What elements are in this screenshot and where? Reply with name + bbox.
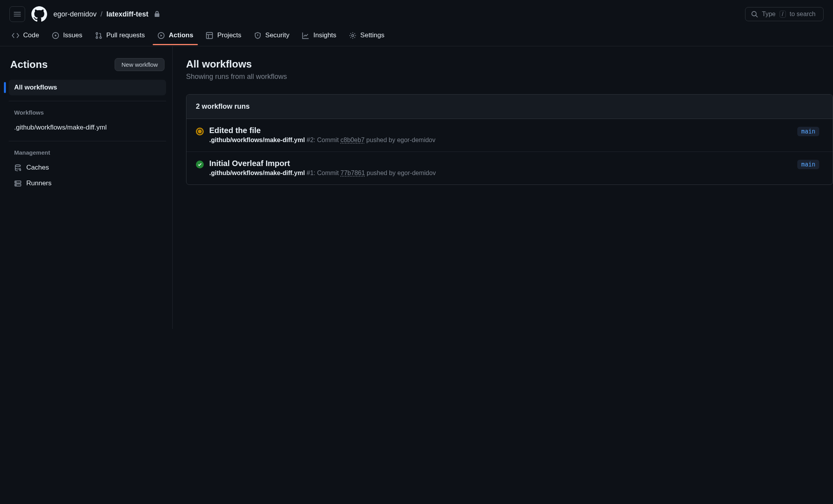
branch-badge[interactable]: main xyxy=(797,127,819,136)
tab-label: Issues xyxy=(63,31,82,39)
tab-label: Actions xyxy=(169,31,193,39)
sidebar: Actions New workflow All workflows Workf… xyxy=(0,46,173,329)
sidebar-item-label: Caches xyxy=(26,164,49,172)
gear-icon xyxy=(349,32,356,39)
main-content: All workflows Showing runs from all work… xyxy=(173,46,833,329)
tab-label: Settings xyxy=(360,31,384,39)
sidebar-item-caches[interactable]: Caches xyxy=(9,160,166,175)
breadcrumb-separator: / xyxy=(100,10,102,18)
sidebar-heading-workflows: Workflows xyxy=(9,107,166,120)
new-workflow-button[interactable]: New workflow xyxy=(115,58,164,71)
run-number: #1 xyxy=(307,170,314,176)
svg-rect-7 xyxy=(206,32,212,38)
tab-issues[interactable]: Issues xyxy=(46,27,88,46)
pr-icon xyxy=(95,32,102,39)
status-in-progress-icon xyxy=(196,128,204,135)
search-kbd: / xyxy=(780,11,786,18)
workflow-runs-box: 2 workflow runs Edited the file.github/w… xyxy=(186,94,833,185)
svg-point-8 xyxy=(352,34,354,36)
tab-projects[interactable]: Projects xyxy=(200,27,247,46)
runner-icon xyxy=(14,180,22,187)
github-icon xyxy=(31,6,47,22)
graph-icon xyxy=(302,32,309,39)
run-workflow-link[interactable]: .github/workflows/make-diff.yml xyxy=(209,137,305,143)
page-subtitle: Showing runs from all workflows xyxy=(186,73,833,81)
page-title: All workflows xyxy=(186,58,833,70)
hamburger-icon xyxy=(13,10,21,18)
search-placeholder-2: to search xyxy=(790,11,816,18)
tab-label: Code xyxy=(23,31,39,39)
cache-icon xyxy=(14,164,22,172)
svg-point-5 xyxy=(100,37,101,38)
lock-icon xyxy=(154,11,160,17)
svg-point-4 xyxy=(96,37,97,38)
run-meta: .github/workflows/make-diff.yml #1: Comm… xyxy=(209,170,792,177)
github-logo[interactable] xyxy=(31,6,47,22)
tab-insights[interactable]: Insights xyxy=(296,27,342,46)
search-icon xyxy=(751,11,758,18)
search-placeholder-1: Type xyxy=(762,11,776,18)
tab-security[interactable]: Security xyxy=(248,27,295,46)
svg-point-3 xyxy=(96,33,97,34)
breadcrumb: egor-demidov / latexdiff-test xyxy=(53,10,160,18)
sidebar-heading-management: Management xyxy=(9,147,166,160)
svg-point-0 xyxy=(752,11,756,16)
sidebar-item-label: Runners xyxy=(26,179,51,187)
sidebar-item-label: All workflows xyxy=(14,84,57,91)
sidebar-item-runners[interactable]: Runners xyxy=(9,175,166,191)
tab-settings[interactable]: Settings xyxy=(343,27,390,46)
hamburger-menu-button[interactable] xyxy=(9,6,25,22)
svg-point-13 xyxy=(16,184,16,185)
sidebar-item-all-workflows[interactable]: All workflows xyxy=(9,80,166,95)
branch-badge[interactable]: main xyxy=(797,160,819,169)
status-success-icon xyxy=(196,161,204,168)
app-header: egor-demidov / latexdiff-test Type / to … xyxy=(0,0,833,27)
code-icon xyxy=(12,32,19,39)
run-workflow-link[interactable]: .github/workflows/make-diff.yml xyxy=(209,170,305,176)
repo-tabs: CodeIssuesPull requestsActionsProjectsSe… xyxy=(0,27,833,46)
tab-label: Projects xyxy=(217,31,241,39)
play-icon xyxy=(157,32,165,39)
workflow-runs-count: 2 workflow runs xyxy=(186,95,833,119)
tab-code[interactable]: Code xyxy=(6,27,45,46)
project-icon xyxy=(206,32,213,39)
tab-label: Pull requests xyxy=(106,31,145,39)
tab-actions[interactable]: Actions xyxy=(152,27,199,46)
run-title[interactable]: Edited the file xyxy=(209,126,792,135)
tab-label: Insights xyxy=(313,31,336,39)
shield-icon xyxy=(254,32,261,39)
tab-label: Security xyxy=(265,31,289,39)
run-commit-sha[interactable]: 77b7861 xyxy=(340,170,365,176)
run-title[interactable]: Initial Overleaf Import xyxy=(209,159,792,168)
run-meta: .github/workflows/make-diff.yml #2: Comm… xyxy=(209,137,792,144)
run-commit-sha[interactable]: c8b0eb7 xyxy=(340,137,364,143)
workflow-run-row[interactable]: Edited the file.github/workflows/make-di… xyxy=(186,119,833,152)
breadcrumb-owner[interactable]: egor-demidov xyxy=(53,10,97,18)
breadcrumb-repo[interactable]: latexdiff-test xyxy=(106,10,148,18)
svg-point-12 xyxy=(16,181,16,182)
sidebar-workflow-item[interactable]: .github/workflows/make-diff.yml xyxy=(9,120,166,135)
svg-point-9 xyxy=(15,164,20,166)
run-number: #2 xyxy=(307,137,314,143)
workflow-run-row[interactable]: Initial Overleaf Import.github/workflows… xyxy=(186,152,833,184)
issue-icon xyxy=(52,32,59,39)
svg-point-2 xyxy=(55,35,56,36)
tab-pull-requests[interactable]: Pull requests xyxy=(90,27,150,46)
search-input[interactable]: Type / to search xyxy=(745,7,824,21)
sidebar-title: Actions xyxy=(10,58,47,71)
